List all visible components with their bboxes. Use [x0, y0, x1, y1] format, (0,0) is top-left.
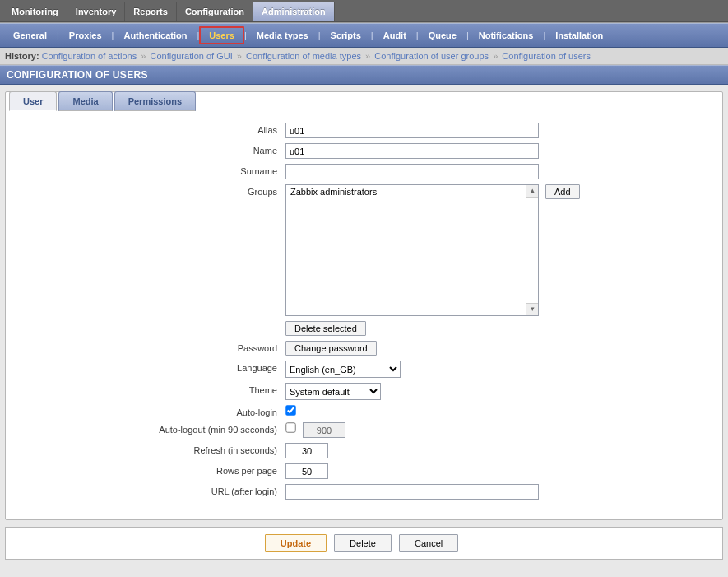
cancel-button[interactable]: Cancel — [399, 534, 458, 552]
surname-input[interactable] — [285, 164, 539, 179]
scroll-up-icon[interactable]: ▴ — [526, 185, 538, 198]
subnav-scripts[interactable]: Scripts — [321, 27, 371, 44]
autologin-label: Auto-login — [22, 405, 285, 417]
password-label: Password — [22, 341, 285, 353]
nav-inventory[interactable]: Inventory — [67, 2, 126, 21]
subnav-queue[interactable]: Queue — [419, 27, 466, 44]
delete-button[interactable]: Delete — [334, 534, 392, 552]
autologin-checkbox[interactable] — [285, 405, 295, 415]
page-title: CONFIGURATION OF USERS — [0, 65, 728, 85]
history-label: History: — [5, 51, 39, 61]
subnav-notifications[interactable]: Notifications — [469, 27, 544, 44]
form-area: Alias Name Surname Groups Zabbix adminis… — [6, 111, 722, 508]
nav-configuration[interactable]: Configuration — [177, 2, 253, 21]
tab-permissions[interactable]: Permissions — [114, 91, 196, 111]
subnav-audit[interactable]: Audit — [373, 27, 416, 44]
history-link[interactable]: Configuration of user groups — [374, 51, 489, 61]
surname-label: Surname — [22, 164, 285, 176]
nav-administration[interactable]: Administration — [253, 2, 335, 21]
tab-user[interactable]: User — [9, 91, 57, 111]
autologout-checkbox[interactable] — [285, 422, 295, 432]
name-input[interactable] — [285, 143, 539, 159]
url-label: URL (after login) — [22, 484, 285, 496]
tab-media[interactable]: Media — [58, 91, 112, 111]
nav-reports[interactable]: Reports — [125, 2, 177, 21]
refresh-input[interactable] — [285, 443, 328, 458]
subnav-proxies[interactable]: Proxies — [59, 27, 112, 44]
action-bar: Update Delete Cancel — [5, 527, 723, 560]
history-link[interactable]: Configuration of users — [502, 51, 591, 61]
autologout-value-input — [303, 422, 345, 438]
alias-input[interactable] — [285, 123, 539, 138]
language-label: Language — [22, 361, 285, 373]
history-link[interactable]: Configuration of actions — [42, 51, 137, 61]
groups-listbox[interactable]: Zabbix administrators ▴ ▾ — [285, 184, 539, 316]
refresh-label: Refresh (in seconds) — [22, 443, 285, 455]
tab-strip: User Media Permissions — [9, 91, 722, 111]
groups-list-item[interactable]: Zabbix administrators — [286, 185, 538, 198]
change-password-button[interactable]: Change password — [285, 341, 377, 356]
scroll-down-icon[interactable]: ▾ — [526, 303, 538, 315]
main-nav: Monitoring Inventory Reports Configurati… — [0, 0, 728, 23]
subnav-media-types[interactable]: Media types — [247, 27, 318, 44]
language-select[interactable]: English (en_GB) — [285, 361, 401, 378]
groups-label: Groups — [22, 184, 285, 197]
subnav-installation[interactable]: Installation — [545, 27, 613, 44]
nav-monitoring[interactable]: Monitoring — [3, 2, 67, 21]
subnav-general[interactable]: General — [3, 27, 57, 44]
delete-selected-button[interactable]: Delete selected — [285, 321, 366, 336]
theme-label: Theme — [22, 383, 285, 395]
subnav-users[interactable]: Users — [199, 26, 244, 44]
history-link[interactable]: Configuration of GUI — [150, 51, 232, 61]
alias-label: Alias — [22, 123, 285, 135]
user-form-panel: User Media Permissions Alias Name Surnam… — [5, 91, 723, 520]
autologout-label: Auto-logout (min 90 seconds) — [22, 422, 285, 435]
add-group-button[interactable]: Add — [545, 184, 580, 199]
history-bar: History: Configuration of actions » Conf… — [0, 48, 728, 65]
sub-nav: General| Proxies| Authentication| Users|… — [0, 23, 728, 48]
rows-label: Rows per page — [22, 463, 285, 476]
history-link[interactable]: Configuration of media types — [246, 51, 361, 61]
rows-per-page-input[interactable] — [285, 463, 328, 479]
update-button[interactable]: Update — [265, 534, 327, 552]
theme-select[interactable]: System default — [285, 383, 381, 400]
name-label: Name — [22, 143, 285, 156]
url-input[interactable] — [285, 484, 539, 500]
subnav-authentication[interactable]: Authentication — [114, 27, 197, 44]
